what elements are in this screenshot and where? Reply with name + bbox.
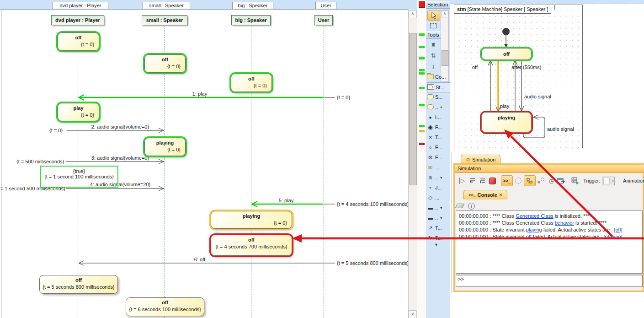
run-button[interactable]: ▷: [458, 176, 467, 186]
lifeline-user[interactable]: [324, 26, 324, 318]
log-link[interactable]: Generated Class: [516, 213, 554, 219]
export-button[interactable]: [557, 176, 566, 186]
palette-item-signal[interactable]: ✉ ...: [427, 163, 450, 172]
palette-item-initial[interactable]: ● I...: [427, 113, 450, 122]
ruler-mark-green[interactable]: [419, 125, 425, 127]
palette-item-junction[interactable]: ● J...: [427, 183, 450, 192]
palette-item-terminate[interactable]: ✕ T...: [427, 133, 450, 142]
step-over-button[interactable]: [478, 176, 487, 186]
state-invariant-small-off-2[interactable]: off {t = 6 seconds 100 milliseconds}: [126, 297, 204, 316]
palette-more-button[interactable]: ▼: [434, 243, 438, 247]
close-icon[interactable]: ×: [499, 192, 502, 198]
palette-item-transition-to-self[interactable]: ↻ T...: [427, 233, 450, 243]
palette-item-state[interactable]: S...: [427, 92, 450, 102]
palette-item-entry-point[interactable]: ○ E...: [427, 143, 450, 152]
scroll-down-button[interactable]: ∨: [409, 310, 417, 318]
palette-tools-header[interactable]: Tools: [426, 31, 441, 39]
ruler-mark-green[interactable]: [419, 69, 425, 71]
tab-console[interactable]: >>_ Console ×: [463, 190, 507, 199]
transition-label-off[interactable]: off: [472, 65, 478, 70]
state-invariant-dvd-off-1[interactable]: off {t = 0}: [58, 32, 99, 51]
palette-item-join[interactable]: ..: [427, 213, 450, 222]
log-link[interactable]: [playing]: [604, 234, 623, 239]
clear-console-icon[interactable]: [455, 204, 465, 208]
state-invariant-small-playing[interactable]: playing {t = 0}: [144, 138, 186, 156]
log-link[interactable]: behavior: [555, 220, 574, 226]
sequence-diagram-canvas[interactable]: dvd player : Player small : Speaker big …: [0, 0, 408, 318]
duration-constraint[interactable]: {true} {t = 1 second 100 milliseconds}: [40, 166, 118, 188]
message-label-3[interactable]: 3: audio signal(volume=0): [91, 155, 149, 161]
state-invariant-big-off-failed[interactable]: off {t = 4 seconds 700 milliseconds}: [211, 235, 292, 256]
palette-item-composite-state[interactable]: ..: [427, 102, 450, 112]
transition-label-self-audio-signal[interactable]: audio signal: [547, 126, 574, 132]
stm-state-playing[interactable]: playing: [481, 112, 532, 133]
palette-item-choice[interactable]: ◇ ...: [427, 193, 450, 202]
lifeline-head-user[interactable]: User: [314, 15, 333, 25]
state-invariant-big-off-1[interactable]: off {t = 0}: [231, 74, 272, 92]
palette-scroll-thumb[interactable]: [442, 50, 448, 66]
lifeline-head-big-speaker[interactable]: big : Speaker: [231, 15, 271, 25]
header-label-big-speaker[interactable]: big : Speaker: [232, 2, 273, 9]
variables-toggle-button[interactable]: [524, 175, 536, 186]
message-label-1[interactable]: 1: play: [192, 91, 207, 97]
message-label-2[interactable]: 2: audio signal(volume=0): [91, 124, 149, 129]
header-label-dvd-player[interactable]: dvd player : Player: [53, 2, 108, 9]
lifeline-head-small-speaker[interactable]: small : Speaker: [142, 15, 187, 25]
stm-state-off[interactable]: off: [481, 48, 532, 60]
palette-selection-header[interactable]: Selection: [426, 1, 450, 9]
message-label-5[interactable]: 5: play: [279, 198, 293, 203]
log-link[interactable]: [off]: [614, 227, 622, 232]
palette-item-exit-point[interactable]: ⊗ E...: [427, 153, 450, 162]
ruler-mark-red[interactable]: [419, 143, 425, 145]
info-icon[interactable]: i: [468, 203, 475, 210]
log-link[interactable]: playing: [526, 227, 542, 232]
ruler-mark-orange[interactable]: [419, 130, 425, 132]
palette-item-state-machine[interactable]: St...: [427, 82, 451, 92]
ruler-mark-green[interactable]: [419, 33, 425, 36]
transition-label-play[interactable]: play: [500, 103, 509, 109]
error-indicator-square[interactable]: [419, 1, 425, 8]
log-link[interactable]: off: [526, 234, 532, 239]
palette-item-transition[interactable]: ↗ T...: [427, 223, 450, 232]
ruler-mark-green[interactable]: [419, 72, 425, 75]
ruler-mark-green[interactable]: [419, 104, 425, 106]
marquee-select-button[interactable]: [427, 21, 439, 30]
stamp-tool-button[interactable]: ♜: [427, 40, 439, 49]
step-into-button[interactable]: [468, 176, 477, 186]
palette-item-final[interactable]: ◉ F...: [427, 123, 450, 132]
header-label-user[interactable]: User: [315, 2, 336, 9]
server-console-button[interactable]: [570, 176, 580, 186]
state-invariant-big-playing[interactable]: playing {t = 0}: [211, 211, 292, 229]
expand-vertical-button[interactable]: ↨: [427, 61, 439, 70]
console-output[interactable]: 00:00:00,000 : **** Class Generated Clas…: [456, 210, 643, 274]
ruler-mark-green[interactable]: [419, 87, 425, 89]
transition-label-audio-signal[interactable]: audio signal: [524, 94, 551, 99]
palette-item-containment[interactable]: Co...: [427, 72, 450, 81]
trigger-combobox[interactable]: ∨: [602, 177, 615, 185]
transition-label-after[interactable]: after (550ms): [511, 65, 541, 70]
selection-tool-button[interactable]: [427, 11, 440, 21]
palette-item-history[interactable]: ⊛ ..: [427, 173, 450, 182]
state-invariant-dvd-play[interactable]: play {t = 0}: [58, 103, 99, 121]
scrollbar-thumb[interactable]: [409, 33, 417, 185]
simulation-options-button[interactable]: [514, 176, 523, 186]
lifeline-head-dvd-player[interactable]: dvd player : Player: [51, 15, 104, 25]
ruler-mark-green[interactable]: [419, 46, 425, 48]
clock-button[interactable]: ◷: [547, 176, 556, 186]
state-invariant-small-off-1[interactable]: off {t = 0}: [144, 54, 186, 73]
tab-simulation[interactable]: ⚙ Simulation: [461, 155, 500, 164]
console-input[interactable]: >>: [456, 275, 643, 287]
simulation-window-header[interactable]: Simulation: [455, 165, 644, 173]
console-toggle-button[interactable]: >>_: [501, 175, 513, 186]
state-invariant-dvd-off-2[interactable]: off {t = 5 seconds 800 milliseconds}: [39, 275, 118, 294]
lifeline-big-speaker[interactable]: [251, 26, 251, 318]
header-label-small-speaker[interactable]: small : Speaker: [143, 2, 190, 9]
breakpoints-button[interactable]: [537, 176, 546, 186]
stop-button[interactable]: [488, 176, 497, 186]
palette-scroll-up[interactable]: ∧: [441, 11, 448, 17]
ruler-mark-green[interactable]: [419, 57, 425, 59]
message-label-6[interactable]: 6: off: [194, 257, 205, 262]
scroll-up-button[interactable]: ∧: [409, 10, 417, 18]
shrink-vertical-button[interactable]: ⇅: [427, 51, 439, 60]
palette-item-fork[interactable]: ..: [427, 203, 450, 212]
